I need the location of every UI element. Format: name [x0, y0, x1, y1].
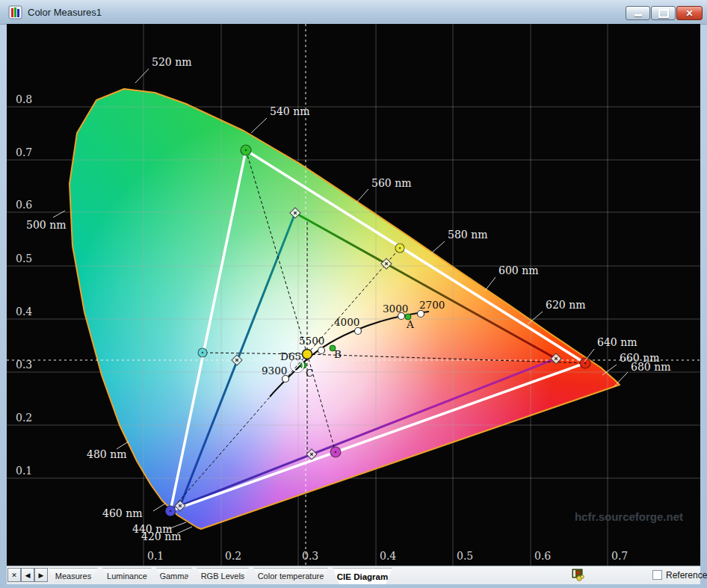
gamut-rays: [170, 150, 585, 511]
label-5500: 5500: [299, 335, 324, 347]
wavelength-label: 520 nm: [152, 56, 191, 68]
gridlines: [7, 24, 700, 566]
y-tick-label: 0.7: [16, 146, 32, 158]
temperature-labels: 2700 3000 4000 5500 9300 D65 A B C: [262, 299, 445, 379]
y-tick-label: 0.4: [16, 306, 32, 318]
watermark: hcfr.sourceforge.net: [575, 510, 683, 523]
wavelength-label: 540 nm: [270, 105, 309, 117]
tab-gamma[interactable]: Gamma: [156, 568, 192, 583]
measured-gamut-markers: [165, 145, 590, 516]
wavelength-label: 500 nm: [26, 219, 66, 231]
close-button[interactable]: ✕: [676, 6, 703, 20]
maximize-icon: [658, 9, 669, 18]
y-tick-label: 0.5: [16, 253, 32, 264]
y-axis-ticks: 0.8 0.7 0.6 0.5 0.4 0.3 0.2 0.1: [16, 93, 32, 477]
tab-bar: ✕ ◀ ▶ Measures Luminance Gamma RGB Level…: [7, 566, 700, 584]
x-tick-label: 0.4: [380, 550, 396, 562]
tab-color-temperature[interactable]: Color temperature: [253, 568, 328, 583]
y-tick-label: 0.3: [16, 359, 32, 371]
marker-4000k: [355, 328, 362, 335]
close-icon: ✕: [685, 9, 693, 18]
wavelength-label: 600 nm: [498, 264, 538, 276]
whitepoint-crosshair: [7, 24, 700, 566]
diagram-overlay: 520 nm 540 nm 560 nm 580 nm 600 nm 620 n…: [7, 24, 700, 566]
prev-tab-button[interactable]: ◀: [21, 568, 34, 582]
wavelength-label: 640 nm: [597, 336, 637, 348]
x-tick-label: 0.2: [225, 550, 241, 562]
reference-checkbox[interactable]: [652, 570, 662, 580]
hcfr-window: { "window": { "title": "Color Measures1"…: [0, 0, 707, 588]
wavelength-label: 620 nm: [546, 299, 585, 311]
icon-blue-bar: [17, 9, 19, 17]
x-tick-label: 0.7: [611, 550, 628, 562]
tab-luminance[interactable]: Luminance: [102, 568, 152, 583]
next-tab-button[interactable]: ▶: [34, 568, 48, 582]
label-4000: 4000: [334, 316, 359, 328]
label-9300: 9300: [262, 365, 287, 377]
measured-gamut-triangle: [170, 150, 585, 511]
measure-status-icon: [570, 569, 585, 582]
x-tick-label: 0.6: [534, 550, 551, 562]
tab-measures[interactable]: Measures: [49, 568, 98, 583]
wavelength-label: 680 nm: [631, 361, 670, 373]
maximize-button[interactable]: [651, 6, 676, 20]
tab-strip: Measures Luminance Gamma RGB Levels Colo…: [49, 568, 392, 584]
x-tick-label: 0.5: [457, 550, 473, 562]
close-view-button[interactable]: ✕: [7, 568, 21, 582]
icon-green-bar: [14, 7, 16, 17]
label-illuminant-b: B: [334, 348, 342, 360]
reference-checkbox-label: Reference: [666, 570, 707, 581]
titlebar[interactable]: Color Measures1 ✕: [0, 0, 707, 25]
measured-marker-center-dots: [170, 149, 587, 513]
wavelength-label: 420 nm: [141, 530, 181, 542]
y-tick-label: 0.8: [16, 93, 32, 105]
wavelength-label: 480 nm: [87, 448, 126, 460]
minimize-button[interactable]: [626, 6, 650, 20]
tab-cie-diagram[interactable]: CIE Diagram: [333, 568, 392, 584]
x-axis-ticks: 0.1 0.2 0.3 0.4 0.5 0.6 0.7: [147, 550, 628, 562]
wavelength-label: 580 nm: [448, 229, 487, 241]
y-tick-label: 0.2: [16, 412, 32, 424]
icon-red-bar: [11, 8, 13, 17]
cie-diagram-canvas[interactable]: 520 nm 540 nm 560 nm 580 nm 600 nm 620 n…: [7, 24, 700, 566]
spectral-locus-outline: [70, 89, 620, 529]
x-tick-label: 0.3: [302, 550, 318, 562]
marker-5500k: [318, 347, 325, 354]
app-icon: [8, 5, 22, 19]
wavelength-label: 560 nm: [371, 177, 411, 189]
wavelength-label: 460 nm: [102, 507, 142, 519]
ref-marker-yellow: [381, 259, 392, 269]
y-tick-label: 0.1: [16, 465, 32, 477]
window-title: Color Measures1: [28, 7, 102, 18]
x-tick-label: 0.1: [147, 550, 164, 562]
marker-2700k: [418, 311, 424, 318]
label-illuminant-c: C: [306, 367, 313, 379]
window-bottom-frame: [0, 584, 707, 588]
label-d65: D65: [280, 350, 301, 362]
label-illuminant-a: A: [406, 318, 414, 330]
label-2700: 2700: [419, 299, 445, 311]
minimize-icon: [635, 14, 642, 16]
label-3000: 3000: [383, 303, 408, 315]
ref-marker-cyan: [232, 355, 242, 365]
y-tick-label: 0.6: [16, 199, 32, 211]
wavelength-labels: 520 nm 540 nm 560 nm 580 nm 600 nm 620 n…: [26, 56, 670, 542]
measured-white-point: [303, 350, 312, 359]
tab-rgb-levels[interactable]: RGB Levels: [197, 568, 249, 583]
ref-marker-green: [290, 208, 300, 218]
